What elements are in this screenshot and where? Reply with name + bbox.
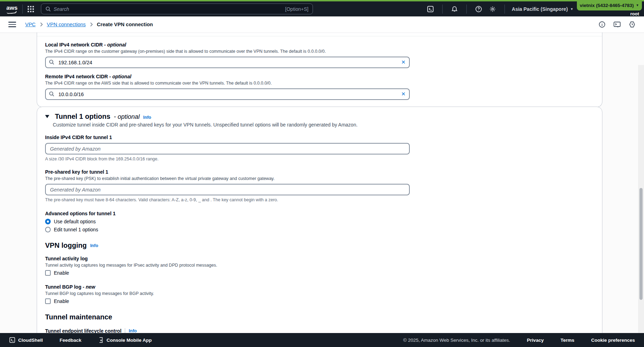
vpn-logging-info-link[interactable]: Info (90, 243, 98, 248)
chevron-down-icon: ▼ (636, 3, 639, 7)
info-icon[interactable] (599, 21, 606, 28)
settings-gear-icon[interactable] (486, 6, 500, 13)
help-icon[interactable] (472, 6, 486, 13)
tunnel1-title: Tunnel 1 options (55, 113, 110, 121)
nav-divider (22, 5, 23, 14)
advanced-options-label: Advanced options for tunnel 1 (45, 211, 594, 216)
bgp-log-label-text: Tunnel BGP log (45, 284, 81, 290)
search-icon (49, 91, 54, 98)
psk-label: Pre-shared key for tunnel 1 (45, 169, 594, 175)
inside-cidr-input[interactable] (45, 143, 410, 154)
notifications-bell-icon[interactable] (448, 6, 461, 13)
search-icon (49, 59, 54, 66)
clipped-row (37, 32, 602, 36)
nav-divider (442, 5, 443, 14)
account-menu[interactable]: vietnix (5432-8465-4783) ▼ (577, 0, 642, 10)
clear-icon[interactable]: ✕ (401, 59, 406, 65)
inside-cidr-label: Inside IPv4 CIDR for tunnel 1 (45, 135, 594, 140)
breadcrumb-separator-icon (90, 22, 93, 27)
local-cidr-input[interactable] (45, 57, 410, 68)
radio-label: Edit tunnel 1 options (54, 227, 98, 232)
checkbox-icon[interactable] (45, 270, 51, 276)
activity-log-label: Tunnel activity log (45, 256, 594, 261)
psk-input[interactable] (45, 184, 410, 195)
nav-divider (466, 5, 467, 14)
remote-cidr-label: Remote IPv4 network CIDR - optional (45, 74, 594, 79)
hexagon-clock-icon[interactable] (629, 21, 636, 28)
footer-copyright-text: © 2025, Amazon Web Services, Inc. or its… (403, 338, 510, 343)
breadcrumb-current: Create VPN connection (97, 22, 153, 27)
scrollbar-track[interactable] (638, 65, 644, 347)
footer-cloudshell-button[interactable]: CloudShell (9, 337, 43, 343)
clear-icon[interactable]: ✕ (401, 91, 406, 97)
radio-label: Use default options (54, 219, 96, 224)
search-icon (45, 6, 51, 12)
footer-copyright: © 2025, Amazon Web Services, Inc. or its… (403, 338, 510, 343)
tunnel1-description: Customize tunnel inside CIDR and pre-sha… (53, 122, 594, 128)
remote-cidr-input[interactable] (45, 88, 410, 100)
global-search-input[interactable]: Search [Option+S] (41, 3, 313, 14)
radio-use-default-options[interactable]: Use default options (45, 219, 594, 224)
search-placeholder: Search (53, 6, 69, 12)
tunnel-maintenance-title: Tunnel maintenance (45, 313, 594, 321)
footer-terms-label: Terms (560, 338, 574, 343)
footer-cookie-preferences-link[interactable]: Cookie preferences (591, 338, 635, 343)
radio-selected-icon[interactable] (45, 219, 51, 224)
checkbox-label: Enable (54, 270, 69, 276)
footer-cookie-preferences-label: Cookie preferences (591, 338, 635, 343)
bgp-log-label: Tunnel BGP log - new (45, 284, 594, 290)
console-footer: CloudShell Feedback Console Mobile App ©… (0, 333, 644, 347)
psk-description: The pre-shared key (PSK) to establish in… (45, 176, 594, 181)
breadcrumb-bar: VPC VPN connections Create VPN connectio… (0, 16, 644, 32)
radio-unselected-icon[interactable] (45, 227, 51, 232)
breadcrumb-vpn-connections[interactable]: VPN connections (47, 22, 86, 27)
footer-privacy-link[interactable]: Privacy (527, 338, 544, 343)
tunnel-options-card: Tunnel 1 options - optional Info Customi… (37, 107, 602, 347)
new-tag: - new (83, 284, 95, 290)
lifecycle-info-link[interactable]: Info (129, 328, 137, 333)
tunnel1-info-link[interactable]: Info (143, 115, 151, 120)
optional-tag: - optional (104, 42, 126, 48)
footer-cloudshell-label: CloudShell (18, 338, 43, 343)
remote-cidr-label-text: Remote IPv4 network CIDR (45, 74, 108, 79)
psk-constraint: The pre-shared key must have 8-64 charac… (45, 197, 594, 202)
bgp-log-enable-checkbox[interactable]: Enable (45, 298, 594, 304)
services-menu-icon[interactable] (28, 6, 34, 12)
nav-divider (505, 5, 505, 14)
footer-mobile-app-button[interactable]: Console Mobile App (98, 337, 152, 343)
aws-logo-smile (7, 11, 17, 14)
local-cidr-label-text: Local IPv4 network CIDR (45, 42, 103, 48)
top-navigation: aws Search [Option+S] (0, 0, 644, 16)
command-window-icon[interactable] (613, 21, 621, 28)
cloudshell-icon (9, 337, 15, 343)
footer-terms-link[interactable]: Terms (560, 338, 574, 343)
footer-feedback-label: Feedback (60, 338, 81, 343)
activity-log-enable-checkbox[interactable]: Enable (45, 270, 594, 276)
breadcrumb-separator-icon (40, 22, 43, 27)
checkbox-icon[interactable] (45, 298, 51, 304)
local-cidr-description: The IPv4 CIDR range on the customer gate… (45, 49, 594, 54)
main-content: Local IPv4 network CIDR - optional The I… (0, 32, 644, 333)
activity-log-description: Tunnel activity log captures log message… (45, 263, 594, 268)
footer-feedback-button[interactable]: Feedback (60, 338, 81, 343)
vpn-logging-title: VPN logging (45, 241, 87, 250)
optional-tag: - optional (109, 74, 131, 79)
aws-logo[interactable]: aws (6, 5, 17, 14)
radio-edit-tunnel1-options[interactable]: Edit tunnel 1 options (45, 227, 594, 232)
account-badge-label: vietnix (5432-8465-4783) (580, 3, 634, 8)
breadcrumb-vpc[interactable]: VPC (25, 22, 36, 27)
side-menu-icon[interactable] (8, 20, 16, 29)
local-cidr-label: Local IPv4 network CIDR - optional (45, 42, 594, 48)
breadcrumb: VPC VPN connections Create VPN connectio… (25, 22, 153, 27)
scrollbar-thumb[interactable] (639, 188, 643, 300)
inside-cidr-constraint: A size /30 IPv4 CIDR block from the 169.… (45, 157, 594, 161)
network-cidr-card: Local IPv4 network CIDR - optional The I… (37, 32, 602, 107)
bgp-log-description: Tunnel BGP log captures log messages for… (45, 291, 594, 296)
account-user-label: root (630, 11, 639, 16)
footer-privacy-label: Privacy (527, 338, 544, 343)
collapse-triangle-icon[interactable] (45, 115, 49, 118)
remote-cidr-description: The IPv4 CIDR range on the AWS side that… (45, 81, 594, 86)
region-selector[interactable]: Asia Pacific (Singapore) ▼ (512, 6, 573, 12)
cloudshell-icon[interactable] (423, 6, 437, 13)
chevron-down-icon: ▼ (570, 7, 573, 11)
